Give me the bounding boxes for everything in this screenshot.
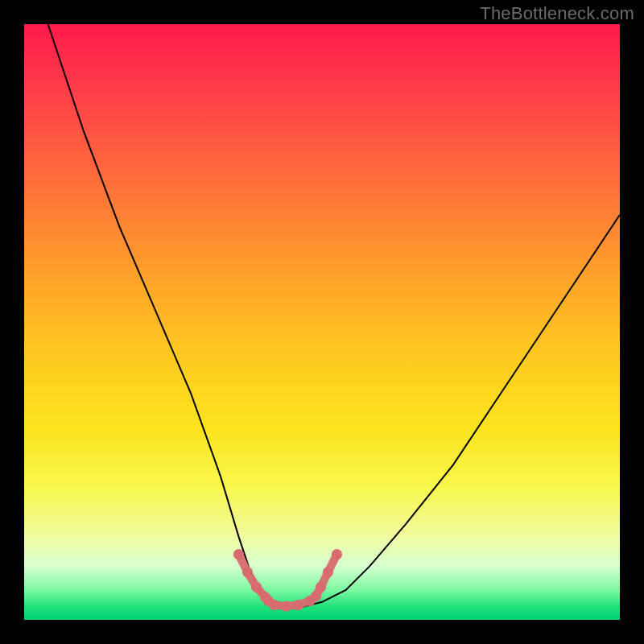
- chart-svg: [24, 24, 620, 620]
- svg-point-11: [323, 567, 333, 577]
- svg-point-0: [233, 549, 244, 559]
- svg-point-10: [316, 582, 326, 592]
- watermark-text: TheBottleneck.com: [480, 3, 634, 24]
- svg-point-2: [251, 582, 262, 592]
- minimum-marker: [233, 549, 342, 612]
- bottleneck-curve: [48, 24, 620, 608]
- plot-area: [24, 24, 620, 620]
- chart-frame: TheBottleneck.com: [0, 0, 644, 644]
- svg-point-5: [269, 600, 279, 610]
- svg-point-9: [311, 591, 321, 601]
- svg-point-6: [281, 601, 291, 611]
- svg-point-12: [332, 549, 342, 559]
- svg-point-1: [242, 567, 253, 577]
- svg-point-7: [293, 600, 303, 610]
